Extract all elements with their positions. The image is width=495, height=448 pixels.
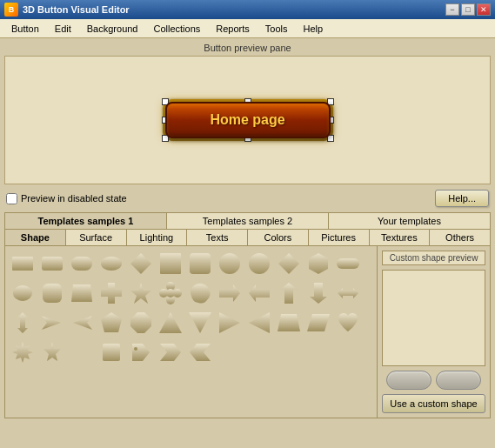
shape-arrowhead2[interactable] [68,309,96,337]
shape-scroll[interactable] [97,338,125,366]
shape-crescent[interactable] [68,338,96,366]
custom-preview-box [382,270,485,366]
disabled-state-checkbox[interactable] [6,193,17,204]
shape-diamond[interactable] [127,250,155,277]
minimize-button[interactable]: − [445,3,459,16]
svg-marker-14 [71,284,92,302]
shape-roundrect-wide[interactable] [334,250,362,277]
menu-button[interactable]: Button [4,22,46,36]
svg-marker-21 [219,284,240,302]
shape-triangle-right[interactable] [216,309,244,337]
shape-rect5[interactable] [186,250,214,277]
tab-textures[interactable]: Textures [370,230,431,245]
custom-btn-2[interactable] [436,371,481,390]
button-preview-wrapper: Home page [165,102,331,138]
shape-circle[interactable] [245,250,273,277]
menu-tools[interactable]: Tools [258,22,295,36]
tab-colors[interactable]: Colors [248,230,309,245]
shape-octagon[interactable] [127,309,155,337]
shape-arrow-up[interactable] [275,279,303,307]
shape-triangle-left[interactable] [245,309,273,337]
preview-area: Home page [4,56,491,184]
svg-marker-23 [280,283,298,304]
svg-marker-4 [130,253,151,274]
svg-rect-6 [190,253,211,274]
tab-lighting[interactable]: Lighting [127,230,188,245]
shape-chevron-left[interactable] [186,338,214,366]
maximize-button[interactable]: □ [461,3,475,16]
controls-row: Preview in disabled state Help... [4,190,491,207]
svg-marker-32 [189,312,211,333]
custom-buttons [382,371,485,390]
shape-triangle-down[interactable] [186,309,214,337]
shape-arrowhead[interactable] [38,309,66,337]
shape-star4[interactable] [127,279,155,307]
shape-chevron-right[interactable] [157,338,184,366]
svg-rect-5 [160,253,181,274]
shape-clover[interactable] [157,279,184,307]
shape-rect1[interactable] [9,250,37,277]
disabled-state-label[interactable]: Preview in disabled state [6,193,127,204]
shape-roundsquare[interactable] [38,279,66,307]
tab-shape[interactable]: Shape [5,230,66,245]
menu-bar: Button Edit Background Collections Repor… [0,19,495,38]
close-button[interactable]: ✕ [477,3,491,16]
shape-hex[interactable] [304,250,332,277]
svg-marker-26 [17,312,28,333]
shape-rect6[interactable] [216,250,244,277]
help-button[interactable]: Help... [435,190,489,207]
svg-marker-33 [219,312,240,333]
custom-btn-1[interactable] [386,371,431,390]
shape-rect2[interactable] [38,250,66,277]
svg-rect-39 [103,344,108,361]
shape-pentagon[interactable] [97,309,125,337]
shape-trapezoid[interactable] [275,309,303,337]
shape-arrow-down[interactable] [304,279,332,307]
use-custom-shape-button[interactable]: Use a custom shape [382,394,485,413]
shape-rect3[interactable] [68,250,96,277]
custom-shape-title: Custom shape preview [382,251,485,265]
shape-star6[interactable] [38,338,66,366]
svg-marker-34 [249,312,270,333]
menu-background[interactable]: Background [80,22,145,36]
tab-templates2[interactable]: Templates samples 2 [167,213,329,229]
tab-surface[interactable]: Surface [66,230,127,245]
svg-marker-31 [159,312,182,333]
shape-blob[interactable] [186,279,214,307]
shape-rect4[interactable] [157,250,184,277]
svg-rect-11 [337,258,359,269]
menu-collections[interactable]: Collections [147,22,208,36]
shape-diamond2[interactable] [275,250,303,277]
menu-help[interactable]: Help [297,22,331,36]
shape-heart[interactable] [334,309,362,337]
tab-others[interactable]: Others [430,230,490,245]
shape-doublearrow-v[interactable] [9,309,37,337]
svg-marker-15 [130,283,151,304]
shape-arrow-right[interactable] [216,279,244,307]
property-tabs: Shape Surface Lighting Texts Colors Pict… [4,230,491,246]
tab-texts[interactable]: Texts [187,230,248,245]
preview-button[interactable]: Home page [165,102,331,138]
tab-templates1[interactable]: Templates samples 1 [5,213,167,229]
shape-badge[interactable] [9,338,37,366]
shape-tag[interactable] [127,338,155,366]
menu-reports[interactable]: Reports [209,22,257,36]
svg-point-20 [166,289,175,298]
shape-cross[interactable] [97,279,125,307]
shape-triangle[interactable] [157,309,184,337]
svg-marker-27 [42,316,61,330]
svg-marker-41 [160,344,181,361]
shape-arrow-left[interactable] [245,279,273,307]
shape-doublearrow-h[interactable] [334,279,362,307]
shape-parallelogram[interactable] [304,309,332,337]
svg-rect-13 [43,284,62,303]
svg-marker-30 [130,312,151,333]
button-outer-glow: Home page [163,99,333,141]
shape-ellipse2[interactable] [9,279,37,307]
tab-your-templates[interactable]: Your templates [329,213,490,229]
tab-pictures[interactable]: Pictures [309,230,370,245]
shape-ellipse1[interactable] [97,250,125,277]
app-title: 3D Button Visual Editor [23,4,130,15]
shape-quad[interactable] [68,279,96,307]
menu-edit[interactable]: Edit [48,22,78,36]
